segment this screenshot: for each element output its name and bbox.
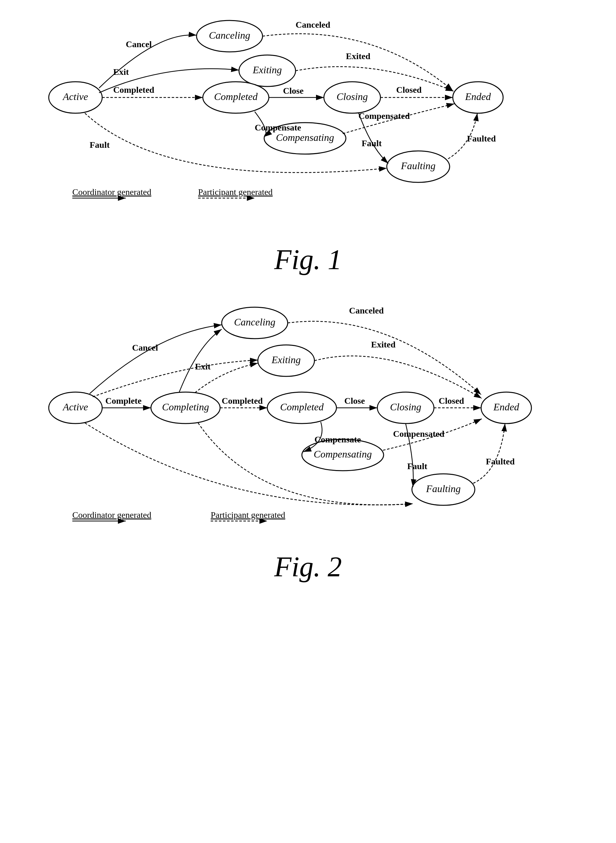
fig1-label: Fig. 1 xyxy=(274,243,342,276)
fig2-close-label: Close xyxy=(344,396,365,406)
fig2-area: Active Canceling Exiting Completing Comp… xyxy=(41,295,575,541)
close-label: Close xyxy=(283,86,304,95)
fault-label: Fault xyxy=(89,140,110,150)
coord-legend-label: Coordinator generated xyxy=(72,187,151,197)
fig2-faulted-edge xyxy=(473,424,505,483)
fig2-coord-legend-label: Coordinator generated xyxy=(72,510,151,520)
fig2-cancel-edge xyxy=(89,325,222,394)
fig2-part-legend-label: Participant generated xyxy=(211,510,285,520)
faulted-label: Faulted xyxy=(467,133,496,144)
closing-label: Closing xyxy=(336,91,368,102)
fig2-completed-edge-label: Completed xyxy=(222,396,263,406)
fig2-exit-edge xyxy=(93,360,258,397)
closing-fault-label: Fault xyxy=(362,138,382,148)
fig2-cancel-label: Cancel xyxy=(132,343,158,352)
fig2-compensate-label: Compensate xyxy=(314,434,361,444)
active-completed-label: Completed xyxy=(113,85,154,95)
complete-label: Complete xyxy=(106,396,141,406)
figure-container: Active Canceling Exiting Completed Closi… xyxy=(19,13,597,602)
fig2-exiting-label: Exiting xyxy=(271,354,300,365)
exited-label: Exited xyxy=(346,51,370,61)
fig2-completing-faulting-edge xyxy=(198,423,413,505)
fig2-active-label: Active xyxy=(62,401,88,412)
faulting-label: Faulting xyxy=(400,160,435,172)
fig2-completing-label: Completing xyxy=(162,401,209,412)
fig2-ended-label: Ended xyxy=(493,401,519,412)
page: Active Canceling Exiting Completed Closi… xyxy=(0,0,616,614)
fig2-exited-edge xyxy=(314,356,482,399)
fig2-canceled-edge xyxy=(288,321,481,394)
compensate-label: Compensate xyxy=(255,123,301,132)
fig2-closing-label: Closing xyxy=(390,401,421,412)
cancel-label: Cancel xyxy=(126,39,152,49)
canceling-label: Canceling xyxy=(209,29,250,41)
fig2-canceled-label: Canceled xyxy=(349,306,384,315)
fig2-compensating-label: Compensating xyxy=(314,449,372,460)
fig2-compensated-label: Compensated xyxy=(393,429,444,438)
canceled-label: Canceled xyxy=(296,20,330,29)
fig2-label: Fig. 2 xyxy=(274,551,342,583)
completed-label: Completed xyxy=(214,91,258,102)
fig2-exited-label: Exited xyxy=(371,340,396,349)
fig2-faulting-label: Faulting xyxy=(425,483,461,494)
fig2-fault-label: Fault xyxy=(407,461,427,471)
ended-label: Ended xyxy=(465,91,491,102)
active-label: Active xyxy=(62,91,88,102)
fig2-svg: Active Canceling Exiting Completing Comp… xyxy=(41,295,575,540)
part-legend-label: Participant generated xyxy=(198,187,273,197)
fig2-closed-label: Closed xyxy=(439,396,464,406)
completing-cancel-edge xyxy=(179,329,222,392)
fig1-area: Active Canceling Exiting Completed Closi… xyxy=(41,13,575,234)
fig2-faulted-label: Faulted xyxy=(486,457,515,466)
compensating-label: Compensating xyxy=(276,132,334,143)
exiting-label: Exiting xyxy=(252,64,282,75)
exit-label: Exit xyxy=(113,67,129,77)
fig2-completed-label: Completed xyxy=(280,401,324,412)
closed-label: Closed xyxy=(396,85,422,95)
fig2-exit-label: Exit xyxy=(195,362,211,371)
compensated-label: Compensated xyxy=(358,111,410,121)
fig2-canceling-label: Canceling xyxy=(234,316,276,328)
fig1-svg: Active Canceling Exiting Completed Closi… xyxy=(41,13,575,233)
